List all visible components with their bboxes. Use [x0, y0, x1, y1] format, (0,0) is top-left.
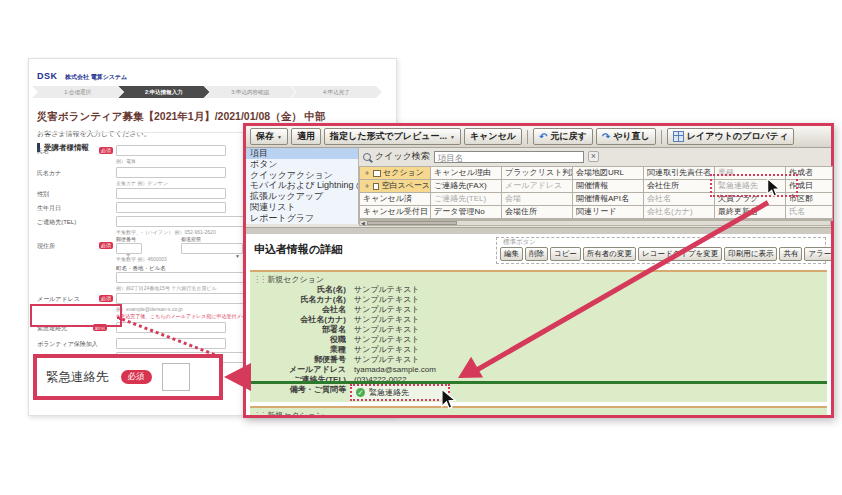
palette-field-cell[interactable]: ＋ 会場住所 [502, 206, 572, 218]
palette-field-cell[interactable]: ＋ 会社住所 [644, 180, 714, 192]
field-label-birth: 生年月日 [37, 204, 61, 212]
standard-button[interactable]: アラートを取得 [804, 247, 831, 261]
detail-field-row[interactable]: 氏名(名) サンプルテキスト [250, 285, 827, 295]
drag-handle-icon[interactable]: ⋮⋮ [253, 275, 265, 284]
pref-select[interactable]: ▼ [181, 243, 243, 254]
palette-field-cell[interactable]: ＋ 空白スペース [360, 180, 430, 192]
detail-field-label: 会社名(カナ) [250, 315, 354, 325]
palette-field-cell[interactable]: ＋ ご連絡先(FAX) [431, 180, 501, 192]
quick-search-input[interactable]: 項目名 [434, 151, 584, 163]
chevron-down-icon: ▼ [277, 134, 282, 140]
sidebar-item[interactable]: ボタン [246, 159, 358, 170]
detail-field-row[interactable]: 郵便番号 サンプルテキスト [250, 355, 827, 365]
standard-button[interactable]: コピー [550, 247, 581, 261]
section-label[interactable]: ⋮⋮ 新規セクション [253, 274, 324, 285]
postal-input[interactable]: 〒 [116, 243, 142, 254]
palette-field-label: セクション [383, 167, 424, 179]
detail-field-label: 氏名カナ(名) [250, 295, 354, 305]
cancel-button[interactable]: キャンセル [464, 128, 522, 145]
palette-field-cell[interactable]: ＋ メールアドレス [502, 180, 572, 192]
chevron-down-icon: ▼ [235, 253, 240, 259]
field-hint: 半角数字、-（ハイフン） 例）052-961-2620 [116, 229, 216, 236]
apply-button[interactable]: 適用 [291, 128, 321, 145]
undo-button[interactable]: ↶ 元に戻す [533, 128, 593, 145]
palette-field-cell[interactable]: ＋ データ管理No [431, 206, 501, 218]
section-name: 新規セクション [267, 275, 324, 284]
detail-field-row[interactable]: 業種 サンプルテキスト [250, 345, 827, 355]
palette-field-cell[interactable]: ＋ ご連絡先(TEL) [431, 193, 501, 205]
redo-button[interactable]: ↷ やり直し [596, 128, 656, 145]
palette-field-cell[interactable]: ＋ 開催情報API名 [573, 193, 643, 205]
palette-field-label: 関連取引先責任者 [647, 167, 711, 179]
dragged-field-chip[interactable]: ✓ 緊急連絡先 [350, 384, 450, 401]
palette-field-label: メールアドレス [505, 180, 562, 192]
field-label-gender: 性別 [37, 190, 49, 198]
sidebar-item[interactable]: レポートグラフ [246, 213, 358, 224]
required-badge: 必須 [121, 370, 152, 384]
plus-icon: ＋ [363, 180, 371, 192]
palette-field-label: キャンセル受付日 [363, 206, 428, 218]
sidebar-item[interactable]: 拡張ルックアップ [246, 191, 358, 202]
clear-search-icon[interactable]: × [588, 151, 599, 162]
layout-properties-button[interactable]: レイアウトのプロパティ [667, 128, 794, 145]
layout-editor-window: 保存 ▼ 適用 指定した形式でプレビュー... ▼ キャンセル ↶ 元に戻す ↷… [243, 123, 834, 418]
search-icon [363, 153, 371, 161]
palette-field-label: 氏名 [789, 206, 805, 218]
standard-buttons-caption: 標準ボタン [501, 238, 538, 247]
detail-field-row[interactable]: 会社名(カナ) サンプルテキスト [250, 315, 827, 325]
name-last-input[interactable] [116, 145, 226, 156]
standard-button[interactable]: 共有 [779, 247, 802, 261]
palette-field-cell[interactable]: ＋ キャンセル済 [360, 193, 430, 205]
palette-field-cell[interactable]: ＋ 開催情報 [573, 180, 643, 192]
gender-input[interactable] [116, 188, 226, 199]
scroll-left-icon[interactable]: ◀ [360, 221, 365, 226]
palette-horizontal-scrollbar[interactable]: ◀ [359, 220, 831, 226]
plus-icon: ＋ [363, 167, 371, 179]
palette-field-label: 会社名 [647, 193, 671, 205]
detail-field-label: 部署名 [250, 325, 354, 335]
pref-label: 都道府県 [181, 236, 201, 243]
sidebar-item[interactable]: クイックアクション [246, 170, 358, 181]
standard-button[interactable]: 所有者の変更 [583, 247, 636, 261]
quick-search-label: クイック検索 [375, 150, 430, 163]
detail-field-row[interactable]: メールアドレス tyamada@sample.com [250, 365, 827, 375]
sidebar-item[interactable]: 項目 [246, 148, 358, 159]
palette-field-cell[interactable]: ＋ 氏名 [786, 206, 833, 218]
logo-dsk-text: DSK [37, 71, 58, 81]
detail-field-row[interactable]: 備考・ご質問等 サンプルテキスト [254, 385, 824, 395]
apply-label: 適用 [297, 130, 315, 143]
palette-field-label: 会社名(カナ) [647, 206, 693, 218]
palette-field-cell[interactable]: ＋ ブラックリスト判定 [502, 167, 572, 179]
palette-field-cell[interactable]: ＋ キャンセル受付日 [360, 206, 430, 218]
palette-field-cell[interactable]: ＋ 会社名 [644, 193, 714, 205]
palette-field-cell[interactable]: ＋ 会社名(カナ) [644, 206, 714, 218]
standard-button[interactable]: 削除 [525, 247, 548, 261]
palette-field-cell[interactable]: ＋ 関連取引先責任者 [644, 167, 714, 179]
birth-input[interactable] [116, 202, 226, 213]
page-title: 災害ボランティア募集【2021年1月】/2021/01/08（金） 中部 [37, 110, 326, 124]
section-icon [373, 183, 379, 190]
palette-field-cell[interactable]: ＋ 会場地図URL [573, 167, 643, 179]
detail-field-row[interactable]: 会社名 サンプルテキスト [250, 305, 827, 315]
palette-field-label: 会場 [505, 193, 521, 205]
palette-field-label: 関連リード [576, 206, 616, 218]
standard-button[interactable]: 編集 [500, 247, 523, 261]
palette-field-cell[interactable]: ＋ キャンセル理由 [431, 167, 501, 179]
sidebar-item[interactable]: モバイルおよび Lightning のアクション [246, 180, 358, 191]
preview-button[interactable]: 指定した形式でプレビュー... ▼ [324, 128, 461, 145]
scrollbar-thumb[interactable] [367, 221, 457, 225]
detail-field-row[interactable]: 氏名カナ(名) サンプルテキスト [250, 295, 827, 305]
redo-label: やり直し [613, 130, 650, 143]
palette-field-cell[interactable]: ＋ セクション [360, 167, 430, 179]
company-logo: DSK 株式会社 電算システム [37, 65, 127, 83]
palette-field-cell[interactable]: ＋ 関連リード [573, 206, 643, 218]
layout-properties-label: レイアウトのプロパティ [687, 130, 788, 143]
standard-button[interactable]: 印刷用に表示 [724, 247, 777, 261]
sidebar-item[interactable]: 関連リスト [246, 202, 358, 213]
save-button[interactable]: 保存 ▼ [250, 128, 288, 145]
palette-field-cell[interactable]: ＋ 会場 [502, 193, 572, 205]
kana-last-input[interactable] [116, 167, 226, 178]
section-label[interactable]: ⋮⋮ 新規セクション [253, 410, 324, 415]
emergency-contact-input[interactable] [162, 363, 190, 391]
drag-handle-icon[interactable]: ⋮⋮ [253, 411, 265, 415]
